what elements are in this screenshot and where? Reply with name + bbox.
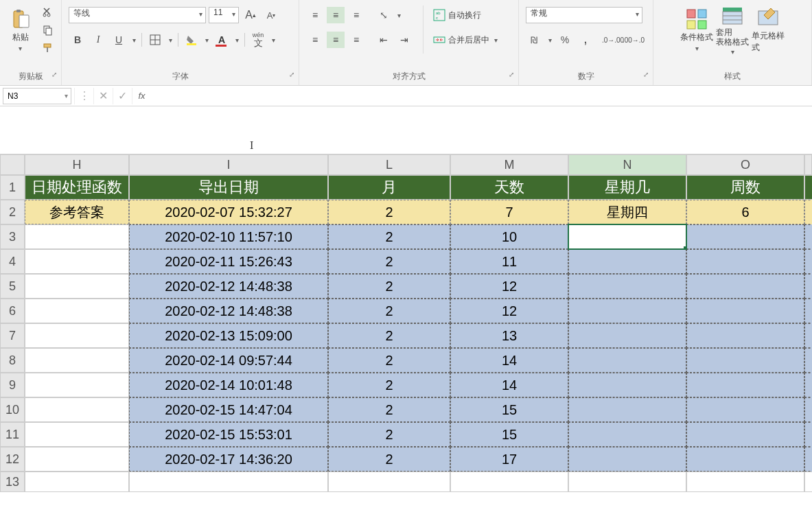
cell-L2[interactable]: 2	[328, 200, 450, 224]
cell-L4[interactable]: 2	[328, 249, 450, 274]
cell-O9[interactable]	[686, 373, 804, 397]
row-header-9[interactable]: 9	[0, 373, 25, 397]
cell-N9[interactable]	[568, 373, 686, 397]
cell-N10[interactable]	[568, 397, 686, 422]
cell-6[interactable]	[804, 299, 812, 323]
cell-N3[interactable]	[568, 224, 686, 249]
cell-H8[interactable]	[25, 348, 129, 373]
fx-button[interactable]: fx	[132, 88, 151, 104]
cell-O11[interactable]	[686, 422, 804, 447]
accounting-dropdown-icon[interactable]: ▾	[546, 36, 553, 44]
cell-N11[interactable]	[568, 422, 686, 447]
cell-L1[interactable]: 月	[328, 175, 450, 200]
enter-button[interactable]: ✓	[113, 88, 132, 104]
cell-L3[interactable]: 2	[328, 224, 450, 249]
orientation-dropdown-icon[interactable]: ▾	[395, 12, 402, 19]
cell-M6[interactable]: 12	[450, 299, 568, 323]
row-header-6[interactable]: 6	[0, 299, 25, 323]
paste-button[interactable]: 粘贴 ▾	[4, 3, 36, 58]
row-header-11[interactable]: 11	[0, 422, 25, 447]
increase-indent-button[interactable]: ⇥	[395, 32, 413, 48]
cell-O10[interactable]	[686, 397, 804, 422]
cell-M11[interactable]: 15	[450, 422, 568, 447]
cell-M3[interactable]: 10	[450, 224, 568, 249]
cell-O6[interactable]	[686, 299, 804, 323]
decrease-indent-button[interactable]: ⇤	[375, 32, 393, 48]
col-header-I[interactable]: I	[129, 154, 328, 175]
cell-I12[interactable]: 2020-02-17 14:36:20	[129, 447, 328, 472]
cell-N2[interactable]: 星期四	[568, 200, 686, 224]
row-header-4[interactable]: 4	[0, 249, 25, 274]
cell-O5[interactable]	[686, 274, 804, 299]
expand-button[interactable]: ⋮	[74, 88, 93, 104]
cell-L9[interactable]: 2	[328, 373, 450, 397]
comma-button[interactable]: ,	[577, 32, 594, 48]
decrease-font-button[interactable]: A▾	[262, 7, 280, 23]
cancel-button[interactable]: ✕	[93, 88, 113, 104]
col-header-H[interactable]: H	[25, 154, 129, 175]
align-bottom-button[interactable]: ≡	[347, 7, 365, 23]
row-header-7[interactable]: 7	[0, 323, 25, 348]
align-right-button[interactable]: ≡	[347, 32, 365, 48]
copy-button[interactable]	[40, 23, 56, 37]
cell-L10[interactable]: 2	[328, 397, 450, 422]
underline-dropdown-icon[interactable]: ▾	[130, 36, 137, 44]
cell-M8[interactable]: 14	[450, 348, 568, 373]
cell-H1[interactable]: 日期处理函数	[25, 175, 129, 200]
cell-9[interactable]	[804, 373, 812, 397]
number-format-select[interactable]: 常规	[526, 7, 642, 23]
cell-O1[interactable]: 周数	[686, 175, 804, 200]
cell-H11[interactable]	[25, 422, 129, 447]
cell-I4[interactable]: 2020-02-11 15:26:43	[129, 249, 328, 274]
name-box[interactable]: N3	[3, 88, 71, 104]
decrease-decimal-button[interactable]: .00→.0	[625, 32, 642, 48]
conditional-format-button[interactable]: 条件格式▾	[680, 3, 713, 58]
cell-N13[interactable]	[568, 472, 686, 492]
col-header-M[interactable]: M	[450, 154, 568, 175]
cell-L11[interactable]: 2	[328, 422, 450, 447]
cell-7[interactable]	[804, 323, 812, 348]
cell-H9[interactable]	[25, 373, 129, 397]
cell-I5[interactable]: 2020-02-12 14:48:38	[129, 274, 328, 299]
italic-button[interactable]: I	[89, 32, 107, 48]
cell-1[interactable]	[804, 175, 812, 200]
cell-L13[interactable]	[328, 472, 450, 492]
underline-button[interactable]: U	[110, 32, 128, 48]
cell-M13[interactable]	[450, 472, 568, 492]
cell-I2[interactable]: 2020-02-07 15:32:27	[129, 200, 328, 224]
row-header-3[interactable]: 3	[0, 224, 25, 249]
cell-O13[interactable]	[686, 472, 804, 492]
border-dropdown-icon[interactable]: ▾	[167, 36, 174, 44]
cell-O4[interactable]	[686, 249, 804, 274]
wrap-text-button[interactable]: abc 自动换行	[433, 5, 499, 25]
cell-M12[interactable]: 17	[450, 447, 568, 472]
phonetic-dropdown-icon[interactable]: ▾	[270, 36, 277, 44]
merge-dropdown-icon[interactable]: ▾	[492, 36, 499, 44]
cell-H4[interactable]	[25, 249, 129, 274]
cell-I13[interactable]	[129, 472, 328, 492]
font-color-dropdown-icon[interactable]: ▾	[233, 36, 240, 44]
cell-N8[interactable]	[568, 348, 686, 373]
cell-M7[interactable]: 13	[450, 323, 568, 348]
cell-I9[interactable]: 2020-02-14 10:01:48	[129, 373, 328, 397]
cell-H2[interactable]: 参考答案	[25, 200, 129, 224]
cell-styles-button[interactable]: 单元格样式	[752, 3, 785, 58]
row-header-10[interactable]: 10	[0, 397, 25, 422]
cell-H13[interactable]	[25, 472, 129, 492]
cell-M10[interactable]: 15	[450, 397, 568, 422]
col-header-edge[interactable]	[804, 154, 812, 175]
cell-11[interactable]	[804, 422, 812, 447]
cell-12[interactable]	[804, 447, 812, 472]
bold-button[interactable]: B	[69, 32, 86, 48]
phonetic-button[interactable]: wén文	[249, 32, 267, 48]
number-launcher-icon[interactable]: ⤢	[643, 71, 649, 78]
cell-M1[interactable]: 天数	[450, 175, 568, 200]
align-top-button[interactable]: ≡	[306, 7, 324, 23]
format-as-table-button[interactable]: 套用 表格格式▾	[716, 3, 749, 58]
cell-I8[interactable]: 2020-02-14 09:57:44	[129, 348, 328, 373]
formula-input[interactable]	[151, 88, 812, 104]
cell-2[interactable]	[804, 200, 812, 224]
cell-13[interactable]	[804, 472, 812, 492]
cell-H5[interactable]	[25, 274, 129, 299]
row-header-12[interactable]: 12	[0, 447, 25, 472]
